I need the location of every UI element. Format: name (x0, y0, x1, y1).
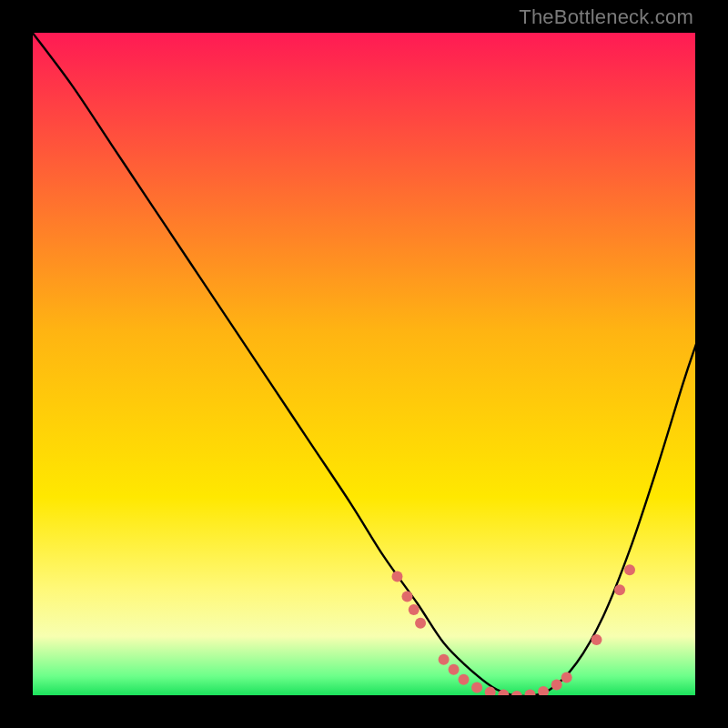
gpu-marker (415, 618, 426, 629)
gpu-marker (459, 674, 470, 685)
bottleneck-chart (32, 32, 696, 696)
gradient-background (32, 32, 696, 696)
gpu-marker (551, 680, 562, 691)
gpu-marker (449, 664, 460, 675)
gpu-marker (409, 604, 420, 615)
gpu-marker (471, 682, 482, 693)
gpu-marker (401, 592, 412, 602)
gpu-marker (614, 584, 625, 595)
gpu-marker (439, 654, 450, 665)
gpu-marker (392, 571, 403, 582)
chart-frame (32, 32, 696, 696)
gpu-marker (592, 634, 602, 645)
watermark-text: TheBottleneck.com (519, 5, 693, 29)
gpu-marker (624, 564, 635, 575)
gpu-marker (561, 672, 572, 683)
